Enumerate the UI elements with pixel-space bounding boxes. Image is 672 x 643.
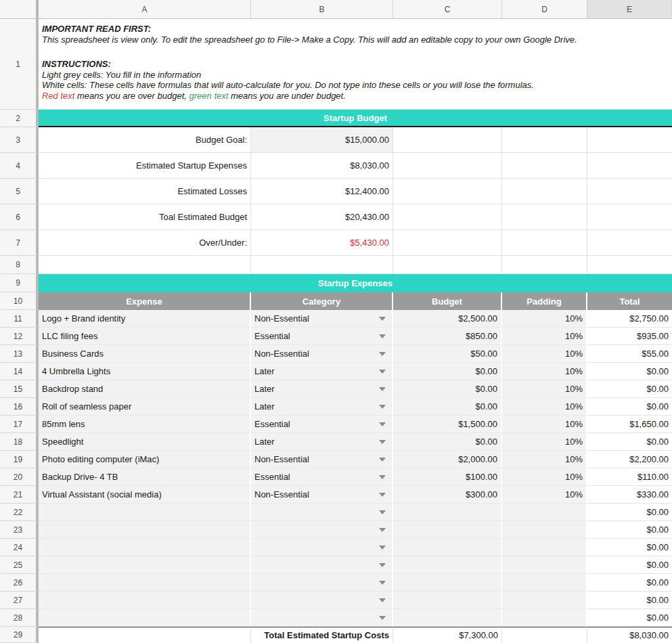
- category-cell[interactable]: Essential: [251, 416, 393, 433]
- empty-cell[interactable]: [587, 204, 672, 230]
- expense-name-cell[interactable]: LLC filing fees: [39, 328, 251, 345]
- total-budget-cell[interactable]: $7,300.00: [393, 627, 502, 643]
- empty-cell[interactable]: [502, 256, 587, 274]
- padding-cell[interactable]: [502, 609, 587, 627]
- total-cell[interactable]: $2,200.00: [587, 451, 672, 468]
- dropdown-arrow-icon[interactable]: [379, 370, 386, 374]
- empty-cell[interactable]: [502, 127, 587, 153]
- expense-name-cell[interactable]: Roll of seamless paper: [39, 398, 251, 416]
- row-header-4[interactable]: 4: [0, 153, 39, 179]
- empty-cell[interactable]: [39, 627, 251, 643]
- padding-cell[interactable]: 10%: [502, 433, 587, 451]
- budget-cell[interactable]: [393, 574, 502, 592]
- category-cell[interactable]: [251, 504, 393, 521]
- grand-total-cell[interactable]: $8,030.00: [587, 627, 672, 643]
- expense-name-cell[interactable]: Backup Drive- 4 TB: [39, 468, 251, 486]
- padding-cell[interactable]: 10%: [502, 451, 587, 468]
- budget-value-cell[interactable]: $12,400.00: [251, 179, 393, 204]
- row-header-18[interactable]: 18: [0, 433, 39, 451]
- expense-name-cell[interactable]: [39, 539, 251, 556]
- padding-cell[interactable]: 10%: [502, 345, 587, 363]
- empty-cell[interactable]: [587, 153, 672, 179]
- empty-cell[interactable]: [39, 256, 251, 274]
- dropdown-arrow-icon[interactable]: [379, 334, 386, 338]
- dropdown-arrow-icon[interactable]: [379, 352, 386, 356]
- expense-name-cell[interactable]: Business Cards: [39, 345, 251, 363]
- budget-cell[interactable]: $0.00: [393, 433, 502, 451]
- expense-name-cell[interactable]: [39, 592, 251, 609]
- budget-value-cell[interactable]: $20,430.00: [251, 204, 393, 230]
- category-cell[interactable]: Essential: [251, 328, 393, 345]
- dropdown-arrow-icon[interactable]: [379, 528, 386, 532]
- padding-column-header[interactable]: Padding: [502, 292, 587, 310]
- empty-cell[interactable]: [587, 256, 672, 274]
- row-header-24[interactable]: 24: [0, 539, 39, 556]
- padding-cell[interactable]: [502, 539, 587, 556]
- total-cell[interactable]: $55.00: [587, 345, 672, 363]
- total-cell[interactable]: $0.00: [587, 539, 672, 556]
- expense-name-cell[interactable]: Virtual Assistant (social media): [39, 486, 251, 504]
- expense-name-cell[interactable]: [39, 609, 251, 627]
- row-header-3[interactable]: 3: [0, 127, 39, 153]
- row-header-21[interactable]: 21: [0, 486, 39, 504]
- column-header-c[interactable]: C: [393, 0, 502, 19]
- padding-cell[interactable]: 10%: [502, 486, 587, 504]
- row-header-29[interactable]: 29: [0, 627, 39, 643]
- row-header-14[interactable]: 14: [0, 363, 39, 380]
- budget-cell[interactable]: $2,000.00: [393, 451, 502, 468]
- row-header-26[interactable]: 26: [0, 574, 39, 592]
- total-cell[interactable]: $2,750.00: [587, 310, 672, 328]
- total-cell[interactable]: $0.00: [587, 504, 672, 521]
- padding-cell[interactable]: [502, 521, 587, 539]
- budget-cell[interactable]: $2,500.00: [393, 310, 502, 328]
- budget-value-cell[interactable]: $8,030.00: [251, 153, 393, 179]
- expense-name-cell[interactable]: 85mm lens: [39, 416, 251, 433]
- empty-cell[interactable]: [393, 179, 502, 204]
- budget-column-header[interactable]: Budget: [393, 292, 502, 310]
- row-header-12[interactable]: 12: [0, 328, 39, 345]
- padding-cell[interactable]: 10%: [502, 398, 587, 416]
- empty-cell[interactable]: [393, 204, 502, 230]
- total-cell[interactable]: $0.00: [587, 609, 672, 627]
- total-cell[interactable]: $0.00: [587, 398, 672, 416]
- dropdown-arrow-icon[interactable]: [379, 546, 386, 550]
- padding-cell[interactable]: 10%: [502, 380, 587, 398]
- dropdown-arrow-icon[interactable]: [379, 493, 386, 497]
- empty-cell[interactable]: [502, 153, 587, 179]
- row-header-15[interactable]: 15: [0, 380, 39, 398]
- total-cell[interactable]: $0.00: [587, 380, 672, 398]
- budget-cell[interactable]: $50.00: [393, 345, 502, 363]
- budget-cell[interactable]: [393, 556, 502, 574]
- total-cell[interactable]: $935.00: [587, 328, 672, 345]
- row-header-9[interactable]: 9: [0, 274, 39, 292]
- total-cell[interactable]: $0.00: [587, 592, 672, 609]
- budget-cell[interactable]: $850.00: [393, 328, 502, 345]
- dropdown-arrow-icon[interactable]: [379, 510, 386, 514]
- row-header-22[interactable]: 22: [0, 504, 39, 521]
- total-cell[interactable]: $0.00: [587, 556, 672, 574]
- row-header-7[interactable]: 7: [0, 230, 39, 256]
- expenses-section-title-cell[interactable]: Startup Expenses: [39, 274, 672, 292]
- select-all-corner[interactable]: [0, 0, 39, 19]
- empty-cell[interactable]: [587, 179, 672, 204]
- budget-label-cell[interactable]: Estimated Losses: [39, 179, 251, 204]
- dropdown-arrow-icon[interactable]: [379, 598, 386, 602]
- expense-name-cell[interactable]: [39, 521, 251, 539]
- category-cell[interactable]: [251, 592, 393, 609]
- empty-cell[interactable]: [502, 204, 587, 230]
- budget-section-title-cell[interactable]: Startup Budget: [39, 110, 672, 127]
- empty-cell[interactable]: [393, 127, 502, 153]
- padding-cell[interactable]: 10%: [502, 468, 587, 486]
- padding-cell[interactable]: 10%: [502, 328, 587, 345]
- padding-cell[interactable]: 10%: [502, 363, 587, 380]
- dropdown-arrow-icon[interactable]: [379, 440, 386, 444]
- empty-cell[interactable]: [587, 230, 672, 256]
- budget-cell[interactable]: [393, 539, 502, 556]
- row-header-11[interactable]: 11: [0, 310, 39, 328]
- row-header-20[interactable]: 20: [0, 468, 39, 486]
- category-cell[interactable]: Later: [251, 433, 393, 451]
- budget-cell[interactable]: [393, 609, 502, 627]
- budget-cell[interactable]: [393, 504, 502, 521]
- dropdown-arrow-icon[interactable]: [379, 405, 386, 409]
- total-cell[interactable]: $1,650.00: [587, 416, 672, 433]
